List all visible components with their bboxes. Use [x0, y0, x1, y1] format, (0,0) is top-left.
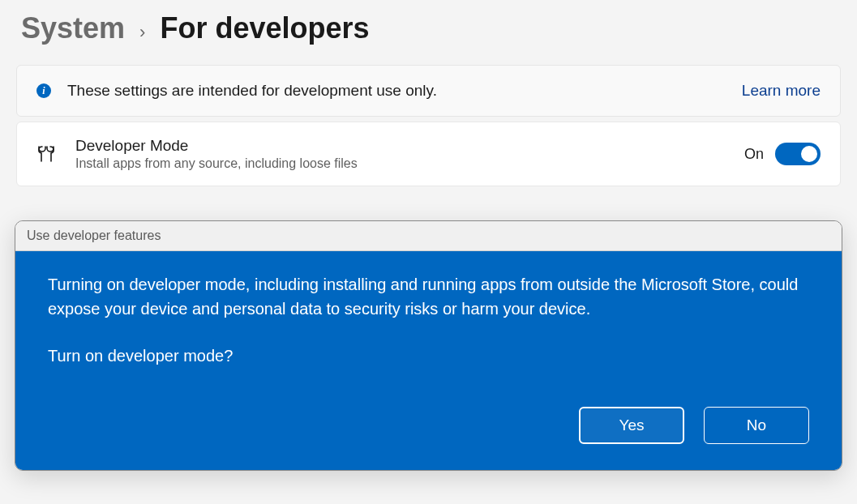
- yes-button[interactable]: Yes: [579, 407, 684, 444]
- info-banner: i These settings are intended for develo…: [16, 65, 841, 117]
- dialog-title: Use developer features: [15, 221, 842, 251]
- confirm-dialog: Use developer features Turning on develo…: [15, 220, 842, 471]
- breadcrumb-parent[interactable]: System: [21, 11, 125, 45]
- learn-more-link[interactable]: Learn more: [742, 82, 821, 100]
- toggle-state-label: On: [744, 146, 764, 163]
- dialog-warning-text: Turning on developer mode, including ins…: [48, 272, 809, 321]
- developer-tools-icon: [36, 144, 56, 164]
- developer-mode-description: Install apps from any source, including …: [75, 156, 725, 171]
- dialog-question-text: Turn on developer mode?: [48, 344, 809, 368]
- page-title: For developers: [160, 11, 369, 45]
- info-banner-text: These settings are intended for developm…: [67, 82, 726, 100]
- developer-mode-title: Developer Mode: [75, 137, 725, 155]
- chevron-right-icon: ›: [139, 22, 145, 43]
- info-icon: i: [36, 83, 51, 98]
- toggle-knob: [801, 146, 817, 162]
- developer-mode-row: Developer Mode Install apps from any sou…: [16, 122, 841, 186]
- developer-mode-toggle[interactable]: [775, 143, 821, 165]
- breadcrumb: System › For developers: [0, 0, 857, 65]
- no-button[interactable]: No: [704, 407, 809, 444]
